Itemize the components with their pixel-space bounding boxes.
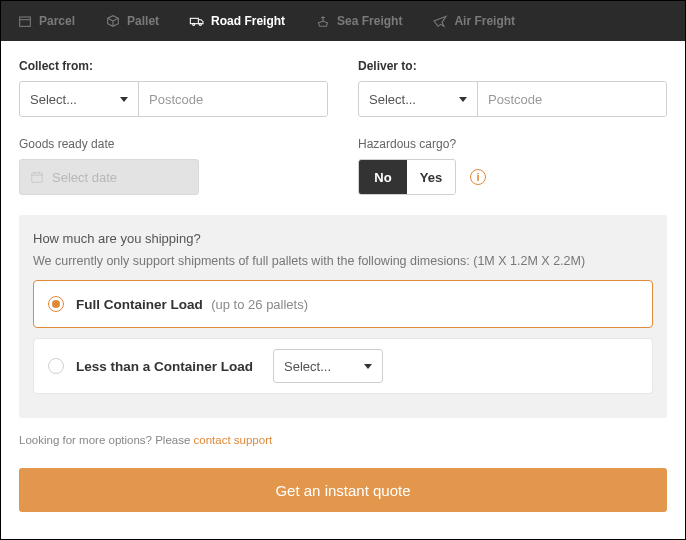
tab-label: Sea Freight	[337, 14, 402, 28]
hazard-yes-button[interactable]: Yes	[407, 160, 455, 194]
tab-pallet[interactable]: Pallet	[99, 9, 165, 33]
tab-road-freight[interactable]: Road Freight	[183, 9, 291, 33]
option-full-container[interactable]: Full Container Load (up to 26 pallets)	[33, 280, 653, 328]
select-value: Select...	[284, 359, 331, 374]
shipping-question: How much are you shipping?	[33, 231, 653, 246]
plane-icon	[432, 13, 448, 29]
select-value: Select...	[369, 92, 416, 107]
tab-label: Parcel	[39, 14, 75, 28]
more-options-note: Looking for more options? Please contact…	[19, 434, 667, 446]
collect-postcode-input[interactable]	[139, 82, 327, 116]
parcel-icon	[17, 13, 33, 29]
freight-type-tabbar: Parcel Pallet Road Freight Sea Freight A…	[1, 1, 685, 41]
date-placeholder: Select date	[52, 170, 117, 185]
collect-from-label: Collect from:	[19, 59, 328, 73]
footer-text: Looking for more options? Please	[19, 434, 194, 446]
deliver-to-label: Deliver to:	[358, 59, 667, 73]
collect-from-combo: Select...	[19, 81, 328, 117]
svg-rect-4	[32, 173, 43, 182]
info-icon[interactable]: i	[470, 169, 486, 185]
select-value: Select...	[30, 92, 77, 107]
tab-label: Road Freight	[211, 14, 285, 28]
radio-selected-icon	[48, 296, 64, 312]
lcl-quantity-select[interactable]: Select...	[273, 349, 383, 383]
deliver-country-select[interactable]: Select...	[359, 82, 478, 116]
pallet-icon	[105, 13, 121, 29]
get-quote-button[interactable]: Get an instant quote	[19, 468, 667, 512]
contact-support-link[interactable]: contact support	[194, 434, 273, 446]
option-less-container[interactable]: Less than a Container Load Select...	[33, 338, 653, 394]
chevron-down-icon	[459, 97, 467, 102]
calendar-icon	[30, 170, 44, 184]
fcl-subtitle: (up to 26 pallets)	[211, 297, 308, 312]
hazard-no-button[interactable]: No	[359, 160, 407, 194]
svg-rect-1	[190, 18, 198, 23]
collect-country-select[interactable]: Select...	[20, 82, 139, 116]
svg-point-2	[193, 23, 195, 25]
hazard-toggle: No Yes	[358, 159, 456, 195]
radio-unselected-icon	[48, 358, 64, 374]
tab-parcel[interactable]: Parcel	[11, 9, 81, 33]
fcl-title: Full Container Load	[76, 297, 203, 312]
svg-point-3	[199, 23, 201, 25]
deliver-to-combo: Select...	[358, 81, 667, 117]
lcl-title: Less than a Container Load	[76, 359, 253, 374]
ship-icon	[315, 13, 331, 29]
tab-air-freight[interactable]: Air Freight	[426, 9, 521, 33]
shipping-amount-section: How much are you shipping? We currently …	[19, 215, 667, 418]
goods-date-input[interactable]: Select date	[19, 159, 199, 195]
goods-date-label: Goods ready date	[19, 137, 328, 151]
quote-form-panel: Collect from: Select... Deliver to: Sele…	[1, 41, 685, 530]
chevron-down-icon	[364, 364, 372, 369]
shipping-note: We currently only support shipments of f…	[33, 254, 653, 268]
tab-label: Air Freight	[454, 14, 515, 28]
tab-label: Pallet	[127, 14, 159, 28]
deliver-postcode-input[interactable]	[478, 82, 666, 116]
tab-sea-freight[interactable]: Sea Freight	[309, 9, 408, 33]
hazard-label: Hazardous cargo?	[358, 137, 667, 151]
truck-icon	[189, 13, 205, 29]
chevron-down-icon	[120, 97, 128, 102]
svg-rect-0	[20, 17, 31, 26]
